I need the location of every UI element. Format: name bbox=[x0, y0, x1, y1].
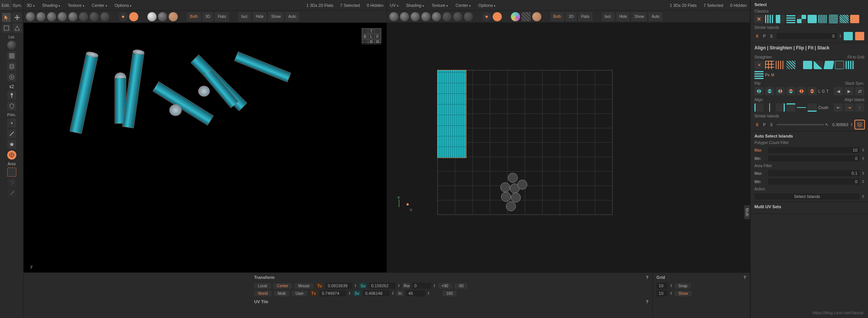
center-2-icon[interactable] bbox=[129, 12, 138, 21]
vpuv-flats-button[interactable]: Flats bbox=[578, 12, 593, 21]
rw-input[interactable]: 0 bbox=[412, 283, 431, 289]
vp3d-shading[interactable]: Shading bbox=[42, 3, 60, 8]
stack-action-icon[interactable] bbox=[855, 120, 864, 129]
select-islands-button[interactable]: Select Islands bbox=[754, 193, 860, 199]
stack-2-icon[interactable]: ▶ bbox=[844, 87, 854, 95]
vpuv-both-button[interactable]: Both bbox=[550, 12, 564, 21]
align-right-icon[interactable] bbox=[776, 103, 785, 112]
shading-2-icon[interactable] bbox=[36, 12, 46, 21]
shading-3-icon[interactable] bbox=[47, 12, 56, 21]
straighten-3-icon[interactable] bbox=[776, 61, 785, 69]
amax-input[interactable]: 0.1 bbox=[768, 170, 860, 176]
uv-shading-4-icon[interactable] bbox=[421, 12, 430, 21]
r180-button[interactable]: 180 bbox=[443, 291, 457, 296]
vp3d-mode[interactable]: 3D bbox=[27, 3, 35, 8]
crush-label[interactable]: Crush bbox=[818, 106, 828, 110]
world-button[interactable]: World bbox=[254, 291, 272, 296]
vp3d-isol-button[interactable]: Isol. bbox=[238, 12, 251, 21]
min-input[interactable]: 0 bbox=[768, 155, 860, 161]
lasso-tool-icon[interactable] bbox=[7, 178, 16, 187]
sv-input[interactable]: 0.496146 bbox=[363, 290, 389, 296]
vp3d-canvas[interactable]: T BLF BR bbox=[24, 23, 387, 272]
fit-5-icon[interactable] bbox=[846, 61, 855, 69]
point-tool-icon[interactable] bbox=[7, 119, 16, 128]
tu-input[interactable]: 0.0815839 bbox=[326, 283, 352, 289]
similar-value-input[interactable]: 0 bbox=[776, 33, 837, 39]
select-pattern-7-icon[interactable] bbox=[829, 15, 838, 23]
similar-action-2-icon[interactable] bbox=[855, 32, 864, 40]
center-1-icon[interactable] bbox=[119, 12, 128, 21]
uv-rect-island[interactable] bbox=[438, 70, 466, 158]
vp3d-auto-button[interactable]: Auto bbox=[285, 12, 299, 21]
vpuv-mode[interactable]: UV bbox=[390, 3, 398, 8]
select-pattern-4-icon[interactable] bbox=[797, 15, 806, 23]
bps2-p[interactable]: P bbox=[762, 122, 767, 128]
vpuv-3d-button[interactable]: 3D bbox=[566, 12, 577, 21]
stack-1-icon[interactable]: ◀ bbox=[834, 87, 843, 95]
amax-spinner[interactable]: ▲▼ bbox=[862, 171, 864, 175]
straighten-4-icon[interactable] bbox=[786, 61, 795, 69]
uv-shading-7-icon[interactable] bbox=[453, 12, 462, 21]
help-icon[interactable]: ? bbox=[743, 275, 746, 280]
tab-sym[interactable]: Sym. bbox=[12, 0, 24, 10]
vpuv-texture[interactable]: Texture bbox=[432, 3, 448, 8]
star-tool-icon[interactable] bbox=[7, 140, 16, 149]
bps-p[interactable]: P bbox=[762, 33, 767, 39]
shading-8-icon[interactable] bbox=[100, 12, 109, 21]
fit-4-icon[interactable] bbox=[835, 61, 844, 69]
flip-v-icon[interactable] bbox=[765, 87, 774, 95]
select-pattern-1-icon[interactable] bbox=[765, 15, 774, 23]
uv-center-1-icon[interactable] bbox=[482, 12, 491, 21]
tv-input[interactable]: 0.749974 bbox=[319, 290, 346, 296]
center-button[interactable]: Center bbox=[273, 283, 292, 289]
select-pattern-8-icon[interactable] bbox=[840, 15, 849, 23]
grid-spinner-1[interactable]: ▲▼ bbox=[670, 284, 672, 288]
uv-shading-5-icon[interactable] bbox=[432, 12, 441, 21]
flip-5-icon[interactable] bbox=[797, 87, 806, 95]
show-button[interactable]: Show bbox=[675, 291, 692, 296]
straighten-1-icon[interactable]: ✕ bbox=[754, 61, 764, 69]
sphere-tool-icon[interactable] bbox=[7, 41, 16, 50]
grid-spinner-2[interactable]: ▲▼ bbox=[670, 291, 672, 295]
flip-3-icon[interactable] bbox=[776, 87, 785, 95]
amin-spinner[interactable]: ▲▼ bbox=[862, 180, 864, 184]
l-label[interactable]: L bbox=[818, 89, 821, 93]
quad-tool-icon[interactable] bbox=[2, 24, 11, 33]
vp3d-show-button[interactable]: Show bbox=[268, 12, 284, 21]
vpuv-canvas[interactable]: v u Multi bbox=[387, 23, 750, 272]
multi-tab[interactable]: Multi bbox=[744, 205, 750, 219]
flip-4-icon[interactable] bbox=[786, 87, 795, 95]
tab-edit[interactable]: Edit. bbox=[0, 0, 12, 10]
p90-button[interactable]: +90 bbox=[438, 283, 452, 289]
x2-label[interactable]: x2 bbox=[9, 84, 14, 89]
similar-action-1-icon[interactable] bbox=[844, 32, 853, 40]
vpuv-options[interactable]: Options bbox=[478, 3, 495, 8]
flip-6-icon[interactable] bbox=[808, 87, 817, 95]
straighten-2-icon[interactable] bbox=[765, 61, 774, 69]
vp3d-flats-button[interactable]: Flats bbox=[215, 12, 229, 21]
fit-3-icon[interactable] bbox=[824, 61, 834, 69]
sv-spinner[interactable]: ▲▼ bbox=[392, 291, 394, 295]
multi-button[interactable]: Multi bbox=[274, 291, 289, 296]
vpuv-hide-button[interactable]: Hide bbox=[616, 12, 630, 21]
vp3d-3d-button[interactable]: 3D bbox=[202, 12, 213, 21]
uv-option-3-icon[interactable] bbox=[532, 12, 541, 21]
marquee-tool-icon[interactable] bbox=[7, 168, 16, 177]
bps-s[interactable]: S bbox=[768, 33, 774, 39]
m-label[interactable]: M bbox=[771, 73, 774, 77]
tv-spinner[interactable]: ▲▼ bbox=[348, 291, 351, 295]
align-left-icon[interactable] bbox=[754, 103, 764, 112]
align-center-h-icon[interactable] bbox=[765, 103, 774, 112]
shading-7-icon[interactable] bbox=[90, 12, 99, 21]
fit-2-icon[interactable] bbox=[814, 61, 823, 69]
local-button[interactable]: Local bbox=[254, 283, 271, 289]
fit-6-icon[interactable] bbox=[754, 71, 764, 79]
torus-tool-icon[interactable] bbox=[7, 73, 16, 82]
g-label[interactable]: G bbox=[822, 89, 825, 93]
deselect-icon[interactable]: ✕ bbox=[754, 15, 764, 23]
align-island-3-icon[interactable]: ↑ bbox=[855, 103, 864, 112]
select-pattern-3-icon[interactable] bbox=[786, 15, 795, 23]
shading-1-icon[interactable] bbox=[26, 12, 35, 21]
cursor-tool-icon[interactable] bbox=[2, 13, 11, 22]
similar2-slider[interactable] bbox=[776, 124, 824, 125]
